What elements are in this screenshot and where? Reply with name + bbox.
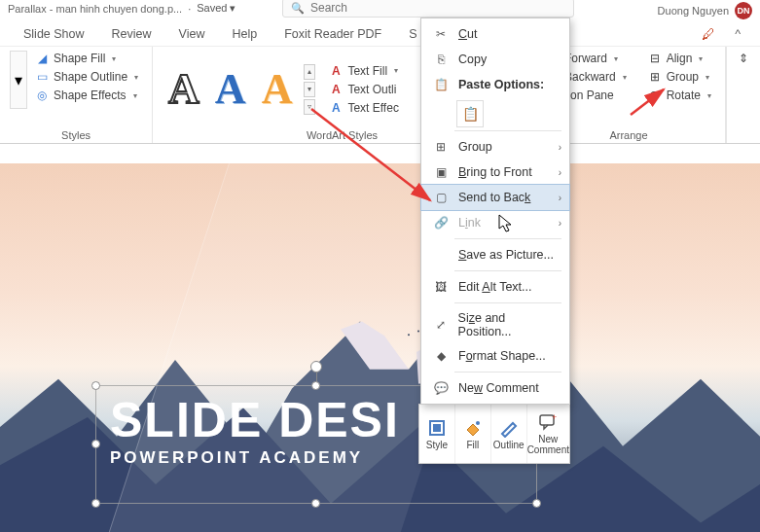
resize-handle[interactable] (311, 499, 320, 508)
svg-point-11 (476, 421, 480, 425)
shape-outline-button[interactable]: ▭ Shape Outline▾ (31, 69, 142, 85)
wordart-style-3[interactable]: A (256, 68, 299, 111)
wordart-style-1[interactable]: A (163, 68, 205, 111)
new-comment-icon: + (538, 412, 558, 432)
mini-toolbar: Style Fill Outline + NewComment (418, 404, 570, 464)
outline-icon (499, 418, 519, 438)
mini-fill-button[interactable]: Fill (455, 405, 491, 463)
bucket-icon: ◢ (35, 52, 49, 65)
group-icon: ⊞ (648, 70, 662, 84)
svg-rect-10 (433, 424, 441, 432)
rotate-button[interactable]: ⟳ Rotate▾ (644, 88, 715, 103)
slide-canvas[interactable]: SLIDE DESI POWERPOINT ACADEMY (0, 163, 760, 532)
chevron-right-icon: › (559, 167, 561, 178)
pen-outline-icon: ▭ (35, 70, 49, 84)
ribbon-tabs: Slide Show Review View Help Foxit Reader… (0, 21, 760, 47)
menu-format-shape[interactable]: ◆ Format Shape... (421, 343, 569, 369)
tab-view[interactable]: View (175, 25, 209, 43)
ribbon: ▾ ◢ Shape Fill▾ ▭ Shape Outline▾ ◎ Shape… (0, 47, 760, 144)
menu-size-position[interactable]: ⤢ Size and Position... (421, 306, 569, 343)
search-input[interactable] (310, 1, 565, 15)
text-effects-icon: A (329, 101, 343, 115)
shape-fill-button[interactable]: ◢ Shape Fill▾ (31, 51, 142, 66)
mini-style-button[interactable]: Style (419, 405, 455, 463)
comment-icon: 💬 (433, 380, 449, 396)
saved-status[interactable]: Saved ▾ (197, 2, 235, 15)
menu-new-comment[interactable]: 💬 New Comment (421, 375, 569, 401)
collapse-ribbon-icon[interactable]: ^ (735, 27, 741, 41)
resize-handle[interactable] (91, 440, 100, 448)
tab-slide-show[interactable]: Slide Show (19, 25, 89, 43)
menu-edit-alt-text[interactable]: 🖼 Edit Alt Text... (421, 274, 569, 300)
menu-copy[interactable]: ⎘ Copy (421, 47, 569, 72)
text-outline-button[interactable]: A Text Outli (325, 82, 402, 97)
group-shape-styles: ▾ ◢ Shape Fill▾ ▭ Shape Outline▾ ◎ Shape… (0, 47, 153, 143)
group-icon: ⊞ (433, 139, 449, 155)
chevron-right-icon: › (559, 193, 561, 203)
search-icon: 🔍 (291, 2, 305, 15)
style-icon (427, 418, 447, 438)
alt-text-icon: 🖼 (433, 279, 449, 295)
rotate-icon: ⟳ (648, 89, 662, 102)
tab-help[interactable]: Help (228, 25, 261, 43)
title-bar: Parallax - man hinh chuyen dong.p... · S… (0, 0, 760, 21)
tab-shape-format[interactable]: S (405, 25, 420, 43)
search-box[interactable]: 🔍 (282, 0, 574, 18)
menu-paste-options-header: 📋 Paste Options: (421, 72, 569, 97)
svg-text:+: + (552, 412, 557, 422)
menu-group[interactable]: ⊞ Group › (421, 134, 569, 160)
fill-icon (463, 418, 483, 438)
format-shape-icon: ◆ (433, 348, 449, 364)
effects-icon: ◎ (35, 89, 49, 102)
paste-icon: 📋 (433, 77, 449, 92)
chevron-right-icon: › (559, 218, 561, 229)
resize-handle[interactable] (532, 499, 541, 508)
wordart-gallery-more[interactable]: ▿ (304, 99, 315, 115)
resize-handle[interactable] (91, 381, 100, 390)
group-button[interactable]: ⊞ Group▾ (644, 69, 715, 85)
shape-styles-gallery[interactable]: ▾ (10, 51, 27, 109)
menu-cut[interactable]: ✂ Cut (421, 21, 569, 47)
mini-outline-button[interactable]: Outline (491, 405, 527, 463)
cut-icon: ✂ (433, 26, 449, 42)
text-effects-button[interactable]: A Text Effec (325, 100, 402, 116)
shape-effects-button[interactable]: ◎ Shape Effects▾ (31, 88, 142, 103)
bring-front-icon: ▣ (433, 164, 449, 180)
menu-link: 🔗 Link › (421, 210, 569, 235)
user-name[interactable]: Duong Nguyen (658, 5, 729, 17)
align-icon: ⊟ (648, 52, 662, 65)
align-button[interactable]: ⊟ Align▾ (644, 51, 715, 66)
size-position-icon: ⤢ (433, 317, 449, 333)
menu-send-to-back[interactable]: ▢ Send to Back › (420, 184, 570, 211)
wordart-gallery-down[interactable]: ▾ (304, 82, 315, 97)
chevron-right-icon: › (559, 142, 561, 153)
text-fill-icon: A (329, 64, 343, 78)
link-icon: 🔗 (433, 215, 449, 231)
size-height[interactable]: ⇕ (733, 51, 754, 66)
context-menu: ✂ Cut ⎘ Copy 📋 Paste Options: 📋 ⊞ Group … (420, 18, 570, 405)
avatar[interactable]: DN (735, 2, 752, 19)
send-back-icon: ▢ (433, 190, 449, 205)
tab-foxit[interactable]: Foxit Reader PDF (280, 25, 385, 43)
mini-new-comment-button[interactable]: + NewComment (527, 405, 569, 463)
wordart-gallery-up[interactable]: ▴ (304, 64, 315, 80)
copy-icon: ⎘ (433, 52, 449, 67)
resize-handle[interactable] (91, 499, 100, 508)
share-icon[interactable]: 🖊 (702, 26, 715, 42)
wordart-style-2[interactable]: A (209, 68, 252, 111)
text-outline-icon: A (329, 83, 343, 96)
menu-bring-to-front[interactable]: ▣ Bring to Front › (421, 160, 569, 185)
paste-option-keep-source[interactable]: 📋 (456, 100, 484, 127)
resize-handle[interactable] (311, 381, 320, 390)
tab-review[interactable]: Review (108, 25, 156, 43)
menu-save-as-picture[interactable]: Save as Picture... (421, 242, 569, 267)
group-label-styles: Styles (10, 127, 142, 141)
rotate-handle[interactable] (310, 361, 322, 372)
group-size: ⇕ (726, 47, 760, 143)
file-name: Parallax - man hinh chuyen dong.p... (8, 3, 182, 15)
text-fill-button[interactable]: A Text Fill▾ (325, 63, 402, 79)
